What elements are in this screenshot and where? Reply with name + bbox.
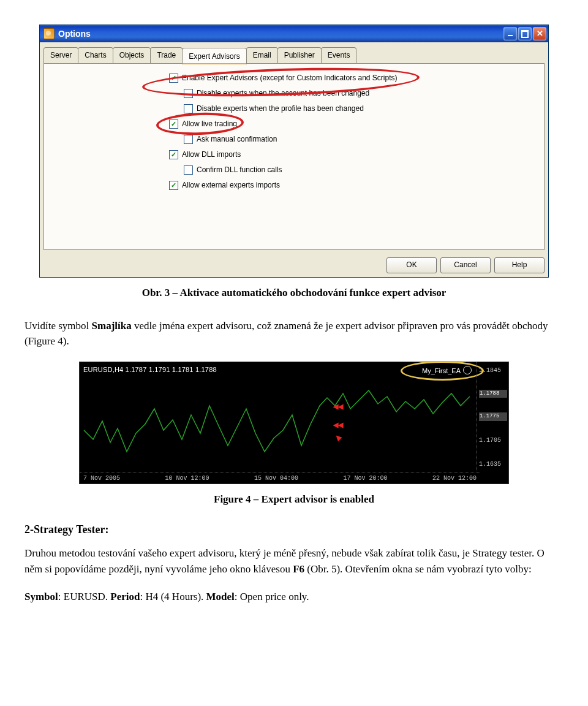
tab-email[interactable]: Email xyxy=(246,47,278,64)
trade-marker-icon: ◀◀ xyxy=(333,401,343,412)
checkbox-icon[interactable]: ✓ xyxy=(169,74,178,83)
tab-events[interactable]: Events xyxy=(321,47,357,64)
checkbox-icon[interactable]: ✓ xyxy=(169,150,178,159)
app-icon xyxy=(43,28,55,39)
tab-trade[interactable]: Trade xyxy=(150,47,183,64)
checkbox-icon[interactable] xyxy=(184,165,193,175)
price-line xyxy=(81,372,473,470)
check-allow-dll[interactable]: ✓ Allow DLL imports xyxy=(169,149,535,160)
button-bar: OK Cancel Help xyxy=(40,254,548,277)
x-axis: 7 Nov 2005 10 Nov 12:00 15 Nov 04:00 17 … xyxy=(80,472,480,484)
check-label: Allow external experts imports xyxy=(182,180,280,191)
paragraph-1: Uvidíte symbol Smajlíka vedle jména expe… xyxy=(24,318,564,349)
tab-objects[interactable]: Objects xyxy=(113,47,151,64)
checkbox-icon[interactable] xyxy=(184,135,193,144)
tabstrip: Server Charts Objects Trade Expert Advis… xyxy=(40,42,548,64)
section-2-heading: 2-Strategy Tester: xyxy=(24,522,564,538)
options-list: ✓ Enable Expert Advisors (except for Cus… xyxy=(53,72,535,191)
check-label: Disable experts when the account has bee… xyxy=(197,88,369,99)
close-button[interactable]: ✕ xyxy=(533,27,546,40)
y-axis: 1.1845 1.1788 1.1775 1.1705 1.1635 xyxy=(476,362,508,473)
check-label: Enable Expert Advisors (except for Custo… xyxy=(182,72,398,83)
check-label: Confirm DLL function calls xyxy=(197,164,282,175)
check-label: Disable experts when the profile has bee… xyxy=(197,103,364,114)
check-enable-ea[interactable]: ✓ Enable Expert Advisors (except for Cus… xyxy=(169,72,535,83)
minimize-button[interactable] xyxy=(503,27,517,40)
checkbox-icon[interactable] xyxy=(184,104,193,113)
paragraph-2: Druhou metodou testování vašeho expert a… xyxy=(24,545,564,577)
cancel-button[interactable]: Cancel xyxy=(440,257,491,273)
check-disable-on-profile[interactable]: Disable experts when the profile has bee… xyxy=(169,103,535,114)
check-allow-live-trading[interactable]: ✓ Allow live trading xyxy=(169,118,535,129)
help-button[interactable]: Help xyxy=(494,257,545,273)
chart-screenshot: EURUSD,H4 1.1787 1.1791 1.1781 1.1788 My… xyxy=(79,362,509,484)
figure4-caption: Figure 4 – Expert advisor is enabled xyxy=(24,492,564,507)
options-dialog: Options ✕ Server Charts Objects Trade Ex… xyxy=(39,25,549,278)
trade-marker-icon: ◀◀ xyxy=(333,420,343,430)
checkbox-icon[interactable]: ✓ xyxy=(169,181,178,190)
maximize-button[interactable] xyxy=(518,27,532,40)
check-label: Ask manual confirmation xyxy=(197,134,277,145)
window-title: Options xyxy=(58,28,91,40)
checkbox-icon[interactable] xyxy=(184,89,193,98)
checkbox-icon[interactable]: ✓ xyxy=(169,120,178,129)
check-label: Allow DLL imports xyxy=(182,149,241,160)
check-confirm-dll[interactable]: Confirm DLL function calls xyxy=(169,164,535,175)
ok-button[interactable]: OK xyxy=(386,257,437,273)
figure3-caption: Obr. 3 – Aktivace automatického obchodov… xyxy=(24,285,564,301)
tab-expert-advisors[interactable]: Expert Advisors xyxy=(182,48,246,64)
check-allow-external[interactable]: ✓ Allow external experts imports xyxy=(169,180,535,191)
tab-publisher[interactable]: Publisher xyxy=(277,47,322,64)
check-label: Allow live trading xyxy=(182,118,237,129)
paragraph-3: Symbol: EURUSD. Period: H4 (4 Hours). Mo… xyxy=(24,589,564,605)
tab-panel: ✓ Enable Expert Advisors (except for Cus… xyxy=(43,64,545,250)
titlebar[interactable]: Options ✕ xyxy=(40,25,548,42)
check-ask-confirmation[interactable]: Ask manual confirmation xyxy=(169,134,535,145)
check-disable-on-account[interactable]: Disable experts when the account has bee… xyxy=(169,88,535,99)
tab-charts[interactable]: Charts xyxy=(78,47,113,64)
tab-server[interactable]: Server xyxy=(43,47,78,64)
